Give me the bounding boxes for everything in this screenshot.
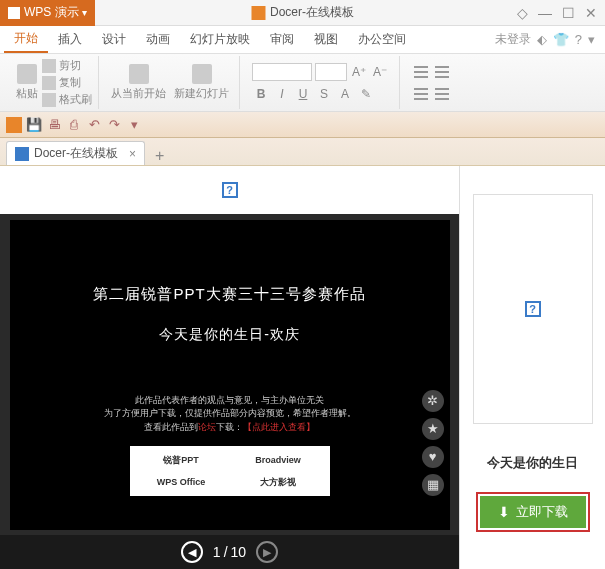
share-icon[interactable]: ✲ (422, 390, 444, 412)
menu-design[interactable]: 设计 (92, 27, 136, 52)
doc-title-area: Docer-在线模板 (251, 4, 354, 21)
logo-b: Broadview (231, 450, 326, 470)
help-icon[interactable]: ◇ (517, 5, 528, 21)
heart-icon[interactable]: ♥ (422, 446, 444, 468)
star-icon[interactable]: ★ (422, 418, 444, 440)
app-badge: WPS 演示 ▾ (0, 0, 95, 26)
highlight-button[interactable]: ✎ (357, 85, 375, 103)
not-logged-label[interactable]: 未登录 (495, 31, 531, 48)
format-painter-button[interactable]: 格式刷 (42, 92, 92, 107)
tab-close-button[interactable]: × (129, 147, 136, 161)
copy-icon (42, 76, 56, 90)
grid-icon[interactable]: ▦ (422, 474, 444, 496)
paste-label: 粘贴 (16, 86, 38, 101)
content-area: ? 第二届锐普PPT大赛三十三号参赛作品 今天是你的生日-欢庆 此作品代表作者的… (0, 166, 605, 569)
qat-home-icon[interactable] (6, 117, 22, 133)
align-left-button[interactable] (412, 85, 430, 103)
font-color-button[interactable]: A (336, 85, 354, 103)
thumb-placeholder-icon: ? (525, 301, 541, 317)
tshirt-icon[interactable]: 👕 (553, 32, 569, 47)
sponsor-logos: 锐普PPT Broadview WPS Office 大方影视 (130, 446, 330, 496)
new-slide-button[interactable]: 新建幻灯片 (170, 62, 233, 103)
qat-undo-icon[interactable]: ↶ (86, 117, 102, 133)
slide-subtitle: 今天是你的生日-欢庆 (159, 326, 300, 344)
app-name: WPS 演示 (24, 4, 79, 21)
font-size-input[interactable] (315, 63, 347, 81)
prev-slide-button[interactable]: ◀ (181, 541, 203, 563)
brush-icon (42, 93, 56, 107)
paragraph-group (402, 56, 461, 109)
new-slide-label: 新建幻灯片 (174, 86, 229, 101)
menu-review[interactable]: 审阅 (260, 27, 304, 52)
page-current: 1 (213, 544, 221, 560)
file-tab[interactable]: Docer-在线模板 × (6, 141, 145, 165)
qat-print-icon[interactable]: 🖶 (46, 117, 62, 133)
tab-add-button[interactable]: + (155, 147, 164, 165)
page-total: 10 (231, 544, 247, 560)
menu-slideshow[interactable]: 幻灯片放映 (180, 27, 260, 52)
menu-start[interactable]: 开始 (4, 26, 48, 53)
copy-button[interactable]: 复制 (42, 75, 92, 90)
window-controls: ◇ — ☐ ✕ (517, 5, 605, 21)
strike-button[interactable]: S (315, 85, 333, 103)
from-begin-label: 从当前开始 (111, 86, 166, 101)
close-button[interactable]: ✕ (585, 5, 597, 21)
paste-button[interactable]: 粘贴 (12, 62, 42, 103)
align-center-button[interactable] (433, 85, 451, 103)
paste-icon (17, 64, 37, 84)
qat-dropdown-icon[interactable]: ▾ (126, 117, 142, 133)
thumbnail-box: ? (473, 194, 593, 424)
numbering-button[interactable] (433, 63, 451, 81)
menu-animation[interactable]: 动画 (136, 27, 180, 52)
slides-group: 从当前开始 新建幻灯片 (101, 56, 240, 109)
app-logo-icon (8, 7, 20, 19)
qat-save-icon[interactable]: 💾 (26, 117, 42, 133)
slide-disclaimer: 此作品代表作者的观点与意见，与主办单位无关 为了方便用户下载，仅提供作品部分内容… (104, 394, 356, 435)
download-button[interactable]: ⬇ 立即下载 (480, 496, 586, 528)
qat-redo-icon[interactable]: ↷ (106, 117, 122, 133)
increase-font-button[interactable]: A⁺ (350, 63, 368, 81)
preview-top-bar: ? (0, 166, 459, 214)
qat-preview-icon[interactable]: ⎙ (66, 117, 82, 133)
page-indicator: 1 / 10 (213, 544, 246, 560)
new-slide-icon (192, 64, 212, 84)
maximize-button[interactable]: ☐ (562, 5, 575, 21)
help2-icon[interactable]: ? (575, 32, 582, 47)
slide-navigation: ◀ 1 / 10 ▶ (0, 535, 459, 569)
bullets-button[interactable] (412, 63, 430, 81)
skin-icon[interactable]: ⬖ (537, 32, 547, 47)
app-dropdown-icon[interactable]: ▾ (82, 7, 87, 18)
menu-insert[interactable]: 插入 (48, 27, 92, 52)
title-bar: WPS 演示 ▾ Docer-在线模板 ◇ — ☐ ✕ (0, 0, 605, 26)
logo-a: 锐普PPT (134, 450, 229, 470)
more-icon[interactable]: ▾ (588, 32, 595, 47)
preview-panel: ? 第二届锐普PPT大赛三十三号参赛作品 今天是你的生日-欢庆 此作品代表作者的… (0, 166, 460, 569)
docer-tab-icon (15, 147, 29, 161)
logo-c: WPS Office (134, 472, 229, 492)
play-icon (129, 64, 149, 84)
from-begin-button[interactable]: 从当前开始 (107, 62, 170, 103)
download-icon: ⬇ (498, 504, 510, 520)
slide-side-actions: ✲ ★ ♥ ▦ (422, 390, 444, 496)
file-tab-label: Docer-在线模板 (34, 145, 118, 162)
ribbon: 粘贴 剪切 复制 格式刷 从当前开始 新建幻灯片 A⁺ A⁻ B (0, 54, 605, 112)
info-panel: ? 今天是你的生日 ⬇ 立即下载 (460, 166, 605, 569)
italic-button[interactable]: I (273, 85, 291, 103)
minimize-button[interactable]: — (538, 5, 552, 21)
menu-bar: 开始 插入 设计 动画 幻灯片放映 审阅 视图 办公空间 未登录 ⬖ 👕 ? ▾ (0, 26, 605, 54)
doc-title: Docer-在线模板 (270, 4, 354, 21)
underline-button[interactable]: U (294, 85, 312, 103)
decrease-font-button[interactable]: A⁻ (371, 63, 389, 81)
clipboard-small-buttons: 剪切 复制 格式刷 (42, 58, 92, 107)
cut-button[interactable]: 剪切 (42, 58, 92, 73)
template-title: 今天是你的生日 (487, 454, 578, 472)
next-slide-button[interactable]: ▶ (256, 541, 278, 563)
docer-icon (251, 6, 265, 20)
bold-button[interactable]: B (252, 85, 270, 103)
font-family-input[interactable] (252, 63, 312, 81)
menu-view[interactable]: 视图 (304, 27, 348, 52)
cut-icon (42, 59, 56, 73)
slide-title: 第二届锐普PPT大赛三十三号参赛作品 (93, 285, 365, 304)
download-highlight: ⬇ 立即下载 (476, 492, 590, 532)
menu-workspace[interactable]: 办公空间 (348, 27, 416, 52)
